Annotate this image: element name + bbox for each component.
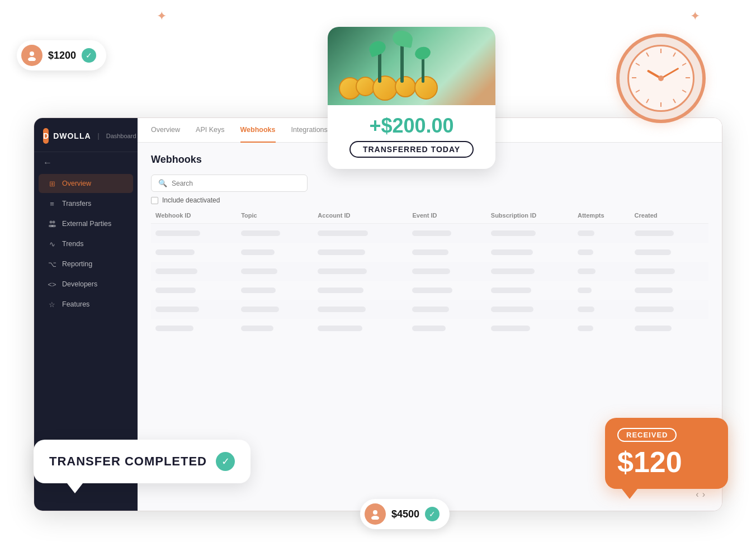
sidebar-header: D DWOLLA | Dashboard: [34, 118, 138, 152]
table-row[interactable]: [151, 224, 708, 243]
check-icon-top: ✓: [82, 48, 96, 63]
clock-outer: [616, 34, 706, 123]
trends-icon: ∿: [48, 239, 56, 248]
tick-9: [632, 77, 636, 78]
coins-image: [328, 27, 495, 105]
include-deactivated-label: Include deactivated: [162, 196, 220, 204]
user-amount-top: $1200: [48, 50, 76, 62]
sidebar-item-transfers[interactable]: ≡ Transfers: [39, 194, 133, 213]
sidebar-item-developers[interactable]: <> Developers: [39, 275, 133, 294]
tab-api-keys[interactable]: API Keys: [196, 118, 224, 143]
sparkle-icon-2: ✦: [690, 10, 700, 22]
leaf-2: [391, 29, 414, 48]
tick-11: [646, 52, 649, 56]
table-row[interactable]: [151, 262, 708, 281]
tick-1: [673, 52, 676, 56]
tick-2: [682, 63, 687, 66]
sidebar-item-label-external: External Parties: [62, 220, 111, 228]
overview-icon: ⊞: [48, 179, 56, 188]
svg-point-7: [371, 516, 379, 520]
svg-point-1: [28, 57, 36, 61]
col-topic: Topic: [237, 212, 313, 224]
tick-8: [635, 89, 640, 93]
col-attempts: Attempts: [573, 212, 630, 224]
col-webhook-id: Webhook ID: [151, 212, 237, 224]
pagination: ‹ ›: [696, 489, 705, 500]
table-header-row: Webhook ID Topic Account ID Event ID Sub…: [151, 212, 708, 224]
transfers-icon: ≡: [48, 199, 56, 208]
coin-5: [414, 76, 438, 100]
search-icon: 🔍: [158, 179, 167, 187]
clock-center-dot: [658, 76, 664, 81]
search-row: 🔍: [151, 175, 708, 192]
leaf-1: [367, 39, 388, 58]
sidebar-item-trends[interactable]: ∿ Trends: [39, 234, 133, 253]
table-row[interactable]: [151, 243, 708, 262]
tick-3: [686, 77, 690, 78]
tick-6: [660, 102, 662, 107]
sidebar-brand: DWOLLA: [53, 131, 91, 140]
clock-face: [627, 45, 694, 112]
reporting-icon: ⌥: [48, 260, 56, 268]
prev-page[interactable]: ‹: [696, 489, 698, 500]
tab-webhooks[interactable]: Webhooks: [240, 118, 276, 143]
tick-4: [682, 89, 687, 93]
tick-10: [635, 63, 640, 66]
features-icon: ☆: [48, 300, 56, 309]
sidebar-item-external-parties[interactable]: External Parties: [39, 214, 133, 233]
user-badge-bottom: $4500 ✓: [360, 499, 450, 529]
sparkle-icon: ✦: [157, 10, 167, 22]
sidebar-logo: D: [43, 128, 49, 144]
avatar-top: [21, 45, 42, 66]
next-page[interactable]: ›: [702, 489, 705, 500]
leaf-3: [414, 45, 432, 61]
table-row[interactable]: [151, 300, 708, 319]
check-icon-bottom: ✓: [425, 507, 440, 521]
clock-widget: [616, 34, 706, 123]
transfer-completed-text: TRANSFER COMPLETED: [49, 454, 207, 469]
back-arrow[interactable]: ←: [34, 152, 138, 173]
sidebar-item-label-developers: Developers: [62, 280, 97, 288]
received-amount: $120: [617, 447, 716, 477]
search-box[interactable]: 🔍: [151, 175, 308, 192]
received-bubble: RECEIVED $120: [605, 418, 728, 489]
sidebar-item-label-reporting: Reporting: [62, 260, 92, 268]
include-deactivated-checkbox[interactable]: [151, 197, 158, 204]
transferred-amount: +$200.00: [339, 114, 484, 138]
sidebar-item-overview[interactable]: ⊞ Overview: [39, 174, 133, 193]
avatar-bottom: [365, 503, 386, 525]
sidebar-item-features[interactable]: ☆ Features: [39, 295, 133, 314]
user-badge-top: $1200 ✓: [17, 40, 106, 70]
coin-4: [395, 76, 416, 97]
tick-12: [660, 49, 662, 53]
transferred-today-bubble: +$200.00 TRANSFERRED TODAY: [328, 27, 495, 169]
sidebar-section-label: Dashboard: [106, 133, 136, 139]
sidebar-item-label-features: Features: [62, 300, 89, 308]
received-label: RECEIVED: [617, 428, 677, 442]
svg-point-2: [50, 221, 53, 224]
transferred-label: TRANSFERRED TODAY: [349, 141, 474, 158]
sidebar-item-label-transfers: Transfers: [62, 200, 91, 208]
table-row[interactable]: [151, 281, 708, 300]
tab-integrations[interactable]: Integrations: [291, 118, 328, 143]
today-content: +$200.00 TRANSFERRED TODAY: [328, 105, 495, 169]
sidebar-divider: |: [96, 132, 102, 140]
developers-icon: <>: [48, 280, 56, 289]
transfer-completed-check: ✓: [216, 452, 235, 471]
table-row[interactable]: [151, 319, 708, 338]
sidebar-item-label-trends: Trends: [62, 240, 83, 248]
coin-3: [372, 76, 398, 101]
svg-point-0: [30, 51, 34, 56]
sidebar-item-label-overview: Overview: [62, 180, 91, 187]
tick-7: [646, 99, 649, 103]
sidebar-item-reporting[interactable]: ⌥ Reporting: [39, 255, 133, 274]
col-account-id: Account ID: [313, 212, 408, 224]
svg-point-6: [373, 510, 377, 515]
tab-overview[interactable]: Overview: [151, 118, 180, 143]
svg-point-3: [53, 221, 55, 224]
col-event-id: Event ID: [408, 212, 486, 224]
col-subscription-id: Subscription ID: [486, 212, 573, 224]
checkbox-row: Include deactivated: [151, 196, 708, 204]
search-input[interactable]: [172, 180, 300, 187]
webhooks-table: Webhook ID Topic Account ID Event ID Sub…: [151, 212, 708, 338]
